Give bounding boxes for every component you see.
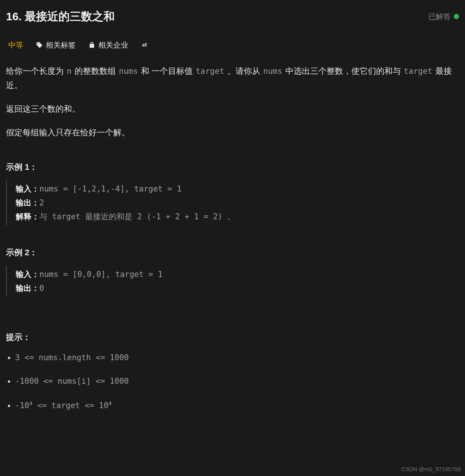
output-label: 输出：	[16, 284, 39, 292]
example-1-header: 示例 1：	[6, 160, 459, 174]
example-1-input: nums = [-1,2,1,-4], target = 1	[39, 184, 182, 193]
code-target: target	[195, 67, 225, 76]
explain-label: 解释：	[16, 212, 39, 221]
related-tags-label: 相关标签	[46, 39, 76, 51]
translate-button[interactable]	[141, 42, 148, 48]
lock-icon	[88, 42, 95, 48]
solved-status: 已解答	[428, 10, 459, 23]
hint-1: 3 <= nums.length <= 1000	[15, 351, 459, 365]
input-label: 输入：	[16, 184, 39, 193]
input-label: 输入：	[16, 270, 39, 278]
code-nums: nums	[118, 67, 139, 76]
example-2-input: nums = [0,0,0], target = 1	[39, 270, 163, 279]
related-companies-button[interactable]: 相关企业	[88, 39, 128, 51]
related-companies-label: 相关企业	[98, 39, 128, 51]
code-target-2: target	[403, 67, 433, 76]
related-tags-button[interactable]: 相关标签	[36, 39, 76, 51]
meta-row: 中等 相关标签 相关企业	[6, 36, 459, 61]
code-n: n	[66, 67, 72, 76]
example-2-output: 0	[39, 284, 44, 293]
hint-3: -104 <= target <= 104	[15, 399, 459, 413]
watermark: CSDN @m0_57195758	[401, 464, 460, 474]
solved-status-label: 已解答	[428, 10, 451, 23]
example-1-explain: 与 target 最接近的和是 2 (-1 + 2 + 1 = 2) 。	[39, 212, 235, 221]
description-p1: 给你一个长度为 n 的整数数组 nums 和 一个目标值 target 。请你从…	[6, 64, 459, 92]
example-2-block: 输入：nums = [0,0,0], target = 1 输出：0	[6, 266, 459, 297]
output-label: 输出：	[16, 198, 39, 207]
description-p3: 假定每组输入只存在恰好一个解。	[6, 126, 459, 139]
example-1-output: 2	[39, 198, 44, 207]
hints-header: 提示：	[6, 330, 459, 344]
description-p2: 返回这三个数的和。	[6, 102, 459, 116]
problem-title: 16. 最接近的三数之和	[6, 7, 115, 26]
code-nums-2: nums	[262, 67, 283, 76]
hints-list: 3 <= nums.length <= 1000 -1000 <= nums[i…	[6, 351, 459, 413]
translate-icon	[141, 42, 148, 48]
hint-2: -1000 <= nums[i] <= 1000	[15, 375, 459, 388]
tag-icon	[36, 42, 43, 48]
status-dot-icon	[454, 14, 459, 19]
example-2-header: 示例 2：	[6, 245, 459, 259]
difficulty-badge: 中等	[8, 39, 23, 51]
example-1-block: 输入：nums = [-1,2,1,-4], target = 1 输出：2 解…	[6, 181, 459, 225]
